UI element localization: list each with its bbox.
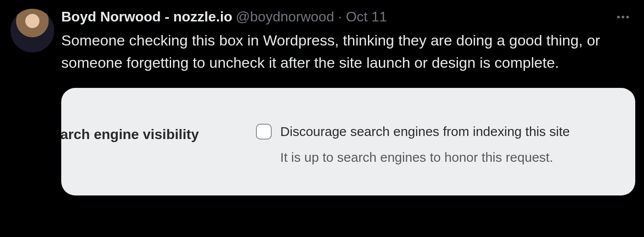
more-menu-button[interactable]	[615, 9, 635, 25]
checkbox-label: Discourage search engines from indexing …	[280, 124, 570, 139]
tweet-date: Oct 11	[346, 9, 387, 24]
svg-point-1	[622, 16, 624, 18]
tweet-body: Boyd Norwood - nozzle.io @boydnorwood · …	[61, 9, 635, 195]
checkbox-row: Discourage search engines from indexing …	[256, 124, 570, 139]
hint-text: It is up to search engines to honor this…	[280, 150, 570, 165]
tweet-text: Someone checking this box in Wordpress, …	[61, 29, 635, 74]
svg-point-0	[617, 16, 620, 18]
author-handle: @boydnorwood	[236, 9, 334, 24]
tweet: Boyd Norwood - nozzle.io @boydnorwood · …	[10, 9, 635, 195]
setting-label: arch engine visibility	[61, 124, 199, 143]
avatar[interactable]	[10, 9, 54, 52]
author-handle-date[interactable]: @boydnorwood · Oct 11	[236, 9, 387, 25]
setting-option: Discourage search engines from indexing …	[256, 124, 570, 165]
author-display-name[interactable]: Boyd Norwood - nozzle.io	[61, 9, 232, 25]
visibility-checkbox[interactable]	[256, 124, 272, 139]
embedded-screenshot[interactable]: arch engine visibility Discourage search…	[61, 88, 635, 195]
separator-dot: ·	[338, 9, 346, 24]
svg-point-2	[626, 16, 629, 18]
tweet-header: Boyd Norwood - nozzle.io @boydnorwood · …	[61, 9, 635, 25]
more-icon	[615, 9, 631, 25]
